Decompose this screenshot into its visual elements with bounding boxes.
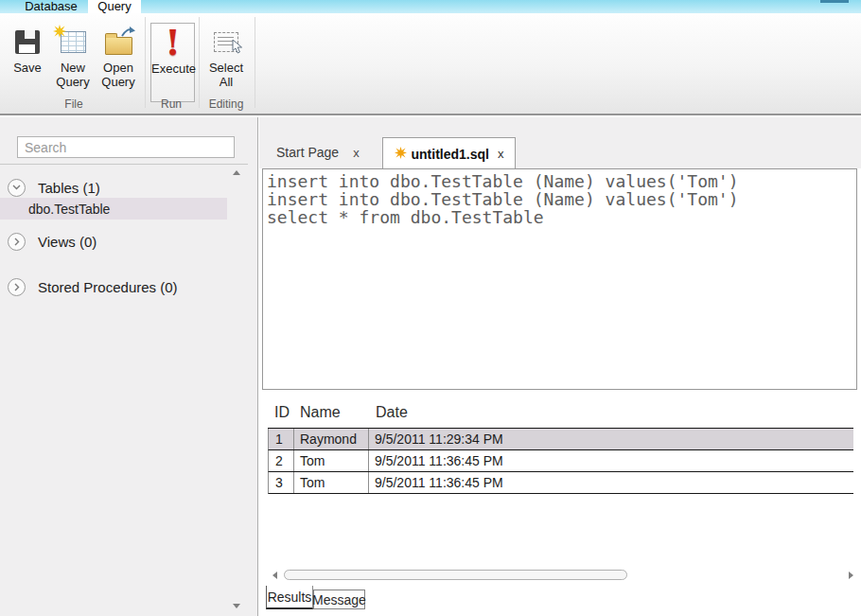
ribbon-toolbar: Save New Query Open Query	[0, 13, 861, 115]
main-panel: Start Page x untitled1.sql x insert into…	[259, 117, 861, 616]
tree-node-stored-procedures[interactable]: Stored Procedures (0)	[0, 276, 248, 297]
column-header-date: Date	[376, 404, 408, 421]
sparkle-icon	[53, 25, 66, 41]
search-input[interactable]	[17, 136, 235, 158]
sql-editor[interactable]: insert into dbo.TestTable (Name) values(…	[262, 168, 857, 390]
object-tree: Tables (1) dbo.TestTable Views (0) Store…	[0, 164, 248, 616]
chevron-right-icon[interactable]	[8, 278, 26, 296]
cell-name: Tom	[294, 450, 369, 471]
sql-line: insert into dbo.TestTable (Name) values(…	[267, 172, 852, 190]
scroll-left-arrow[interactable]	[272, 572, 277, 579]
tab-results[interactable]: Results	[266, 586, 313, 609]
column-header-name: Name	[300, 404, 341, 421]
cell-id: 3	[269, 472, 294, 493]
titlebar-fragment	[820, 0, 849, 3]
select-all-button-label: Select All	[202, 61, 250, 89]
tab-message[interactable]: Message	[313, 590, 365, 609]
tree-node-tables[interactable]: Tables (1)	[0, 177, 248, 198]
selection-rectangle-icon	[214, 32, 238, 52]
save-button[interactable]: Save	[8, 23, 47, 75]
sql-line: insert into dbo.TestTable (Name) values(…	[267, 190, 852, 208]
chevron-right-icon[interactable]	[8, 233, 26, 251]
close-icon[interactable]: x	[353, 146, 360, 160]
ribbon-separator	[255, 17, 255, 108]
open-query-button-label: Open Query	[97, 61, 140, 89]
tree-node-views[interactable]: Views (0)	[0, 231, 248, 252]
cell-id: 1	[269, 429, 294, 449]
ribbon-separator	[145, 17, 146, 108]
tab-untitled1-sql[interactable]: untitled1.sql x	[382, 137, 516, 169]
tree-node-label: Views (0)	[38, 234, 97, 250]
ribbon-group-editing: Editing	[200, 97, 253, 111]
ribbon-group-run: Run	[148, 97, 195, 111]
cell-name: Tom	[294, 472, 369, 493]
cell-name: Raymond	[294, 429, 369, 449]
tab-label: Start Page	[276, 145, 339, 160]
menu-item-database[interactable]: Database	[17, 0, 85, 13]
tab-start-page[interactable]: Start Page x	[265, 138, 371, 167]
modified-star-icon	[395, 147, 407, 162]
cell-date: 9/5/2011 11:29:34 PM	[369, 429, 853, 449]
app-window: Database Query Save New Query	[0, 0, 861, 616]
tree-node-label: Stored Procedures (0)	[38, 279, 178, 295]
document-tab-bar: Start Page x untitled1.sql x	[259, 117, 861, 168]
select-all-button[interactable]: Select All	[202, 23, 250, 89]
table-row[interactable]: 1 Raymond 9/5/2011 11:29:34 PM	[268, 429, 853, 450]
execute-button-label: Execute	[151, 62, 194, 76]
sql-line: select * from dbo.TestTable	[267, 208, 852, 226]
execute-button[interactable]: ! Execute	[150, 23, 195, 102]
table-row[interactable]: 2 Tom 9/5/2011 11:36:45 PM	[268, 450, 853, 472]
curved-arrow-icon	[120, 26, 136, 41]
open-query-button[interactable]: Open Query	[97, 23, 140, 89]
save-button-label: Save	[8, 61, 47, 75]
ribbon-group-file: File	[8, 97, 140, 111]
tree-item-testtable[interactable]: dbo.TestTable	[0, 198, 227, 220]
scroll-right-arrow[interactable]	[849, 572, 853, 579]
close-icon[interactable]: x	[498, 147, 504, 161]
document-content: insert into dbo.TestTable (Name) values(…	[259, 168, 861, 616]
tab-label: untitled1.sql	[412, 147, 489, 162]
folder-open-icon	[105, 37, 132, 55]
tree-node-label: Tables (1)	[38, 180, 100, 196]
cell-date: 9/5/2011 11:36:45 PM	[369, 450, 853, 471]
chevron-down-icon[interactable]	[8, 179, 26, 197]
ribbon-separator	[199, 17, 200, 108]
menu-item-query[interactable]: Query	[88, 0, 141, 13]
object-explorer-sidebar: Tables (1) dbo.TestTable Views (0) Store…	[0, 117, 258, 616]
new-query-button-label: New Query	[51, 61, 95, 89]
horizontal-scrollbar-thumb[interactable]	[284, 570, 627, 580]
table-row[interactable]: 3 Tom 9/5/2011 11:36:45 PM	[268, 472, 853, 494]
column-header-id: ID	[274, 404, 290, 421]
floppy-disk-icon	[15, 30, 40, 54]
tree-item-label: dbo.TestTable	[28, 202, 110, 217]
cell-date: 9/5/2011 11:36:45 PM	[369, 472, 853, 493]
menu-bar: Database Query	[0, 0, 861, 13]
mouse-cursor-icon	[232, 40, 243, 57]
new-query-button[interactable]: New Query	[51, 23, 95, 89]
scroll-up-arrow[interactable]	[233, 170, 240, 175]
new-table-icon	[61, 31, 86, 53]
exclamation-icon: !	[165, 25, 180, 61]
cell-id: 2	[269, 450, 294, 471]
results-grid: 1 Raymond 9/5/2011 11:29:34 PM 2 Tom 9/5…	[268, 428, 853, 494]
scroll-down-arrow[interactable]	[233, 604, 240, 608]
